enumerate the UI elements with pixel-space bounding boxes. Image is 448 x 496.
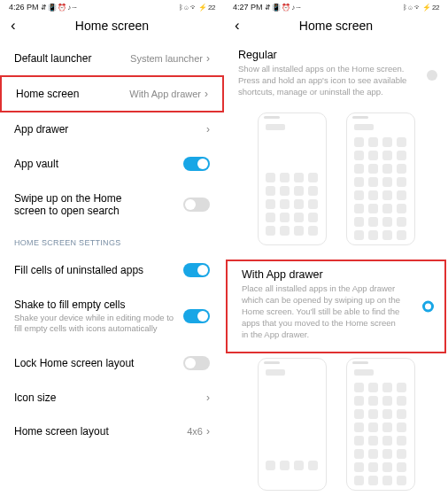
radio-regular[interactable]	[427, 70, 437, 81]
row-label: Home screen	[16, 88, 79, 100]
status-bar: 4:26 PM ⇵ 📳 ⏰ ♪ ··· ᛒ ⊙ ᯤ ⚡ 22	[0, 0, 224, 12]
status-left-icons: ⇵ 📳 ⏰ ♪ ···	[265, 4, 301, 12]
row-app-drawer[interactable]: App drawer ›	[0, 112, 224, 146]
toggle-fill-cells[interactable]	[183, 263, 210, 277]
chevron-right-icon: ›	[206, 52, 210, 65]
status-right-icons: ᛒ ⊙ ᯤ ⚡ 22	[403, 4, 439, 12]
phone-preview	[346, 112, 415, 245]
row-app-vault[interactable]: App vault	[0, 146, 224, 182]
previews-regular	[224, 108, 448, 245]
clock: 4:27 PM	[233, 3, 263, 12]
status-right-icons: ᛒ ⊙ ᯤ ⚡ 22	[179, 4, 215, 12]
row-hs-layout[interactable]: Home screen layout 4x6 ›	[0, 415, 224, 448]
row-label: App vault	[14, 158, 58, 170]
status-bar: 4:27 PM ⇵ 📳 ⏰ ♪ ··· ᛒ ⊙ ᯤ ⚡ 22	[224, 0, 448, 12]
clock: 4:26 PM	[9, 3, 39, 12]
chevron-right-icon: ›	[206, 123, 210, 136]
row-label: Icon size	[14, 391, 56, 404]
toggle-app-vault[interactable]	[183, 157, 210, 171]
previews-drawer	[224, 353, 448, 491]
row-label: Lock Home screen layout	[14, 357, 134, 369]
option-title: With App drawer	[242, 268, 430, 281]
radio-with-drawer[interactable]	[422, 300, 434, 312]
option-with-drawer[interactable]: With App drawer Place all installed apps…	[226, 260, 446, 353]
phone-preview	[258, 112, 327, 245]
row-value: 4x6	[187, 426, 203, 437]
phone-preview	[258, 358, 327, 491]
chevron-right-icon: ›	[206, 391, 210, 404]
chevron-right-icon: ›	[206, 425, 210, 438]
row-label: App drawer	[14, 123, 68, 136]
row-value: System launcher	[130, 53, 203, 64]
header: ‹ Home screen	[0, 12, 224, 42]
back-icon[interactable]: ‹	[235, 18, 240, 33]
row-icon-size[interactable]: Icon size ›	[0, 381, 224, 415]
row-label: Default launcher	[14, 52, 91, 65]
option-title: Regular	[238, 49, 434, 61]
option-regular[interactable]: Regular Show all installed apps on the H…	[224, 42, 448, 108]
right-phone: 4:27 PM ⇵ 📳 ⏰ ♪ ··· ᛒ ⊙ ᯤ ⚡ 22 ‹ Home sc…	[224, 0, 448, 496]
option-desc: Place all installed apps in the App draw…	[242, 283, 430, 340]
row-label: Home screen layout	[14, 425, 109, 438]
phone-preview	[346, 358, 415, 491]
page-title: Home screen	[299, 19, 373, 33]
row-default-launcher[interactable]: Default launcher System launcher ›	[0, 42, 224, 75]
row-shake[interactable]: Shake to fill empty cells Shake your dev…	[0, 288, 224, 345]
row-value: With App drawer	[129, 89, 201, 99]
row-label: Shake to fill empty cells	[14, 298, 174, 311]
row-swipe-up[interactable]: Swipe up on the Home screen to open sear…	[0, 182, 224, 228]
row-home-screen[interactable]: Home screen With App drawer ›	[0, 75, 224, 112]
row-sub: Shake your device while in editing mode …	[14, 313, 174, 335]
back-icon[interactable]: ‹	[11, 18, 16, 33]
toggle-shake[interactable]	[183, 309, 210, 323]
option-desc: Show all installed apps on the Home scre…	[238, 64, 434, 97]
header: ‹ Home screen	[224, 12, 448, 42]
row-label: Swipe up on the Home screen to open sear…	[14, 192, 156, 217]
toggle-swipe-up[interactable]	[183, 198, 210, 212]
left-phone: 4:26 PM ⇵ 📳 ⏰ ♪ ··· ᛒ ⊙ ᯤ ⚡ 22 ‹ Home sc…	[0, 0, 224, 496]
section-header: HOME SCREEN SETTINGS	[0, 228, 224, 252]
page-title: Home screen	[75, 19, 149, 33]
status-left-icons: ⇵ 📳 ⏰ ♪ ···	[41, 4, 77, 12]
row-fill-cells[interactable]: Fill cells of uninstalled apps	[0, 252, 224, 288]
chevron-right-icon: ›	[205, 88, 208, 100]
toggle-lock-layout[interactable]	[183, 356, 210, 370]
row-lock-layout[interactable]: Lock Home screen layout	[0, 345, 224, 381]
row-label: Fill cells of uninstalled apps	[14, 264, 143, 276]
